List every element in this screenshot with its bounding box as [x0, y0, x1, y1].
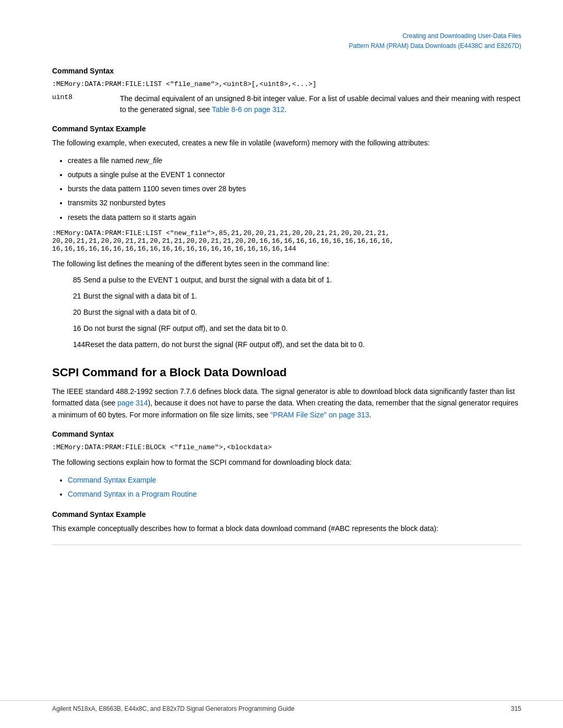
header-link-line2[interactable]: Pattern RAM (PRAM) Data Downloads (E4438…: [349, 42, 521, 50]
page-314-link[interactable]: page 314: [117, 399, 148, 407]
list-item: outputs a single pulse at the EVENT 1 co…: [68, 168, 521, 181]
header-nav: Creating and Downloading User-Data Files…: [52, 31, 521, 51]
example-command: :MEMory:DATA:PRAM:FILE:LIST <"new_file">…: [52, 229, 521, 253]
numbered-row: 20 Burst the signal with a data bit of 0…: [52, 307, 521, 318]
footer-divider: [52, 545, 521, 545]
block-command-code: :MEMory:DATA:PRAM:FILE:BLOCk <"file_name…: [52, 443, 521, 451]
following-text: The following sections explain how to fo…: [52, 456, 521, 468]
num: 16: [52, 323, 83, 334]
num: 20: [52, 307, 83, 318]
num-desc: Burst the signal with a data bit of 0.: [83, 307, 521, 318]
param-row: uint8 The decimal equivalent of an unsig…: [52, 93, 521, 115]
num: 85: [52, 275, 83, 286]
list-item: creates a file named new_file: [68, 154, 521, 167]
block-syntax-example-section: Command Syntax Example This example conc…: [52, 510, 521, 534]
command-syntax-program-routine-link[interactable]: Command Syntax in a Program Routine: [68, 490, 197, 498]
scpi-title: SCPI Command for a Block Data Download: [52, 366, 521, 379]
command-syntax-heading: Command Syntax: [52, 67, 521, 75]
list-item: transmits 32 nonbursted bytes: [68, 196, 521, 209]
example-intro: The following example, when executed, cr…: [52, 137, 521, 149]
page: Creating and Downloading User-Data Files…: [0, 0, 563, 728]
command-syntax-example-link[interactable]: Command Syntax Example: [68, 476, 156, 484]
command-syntax-example-section: Command Syntax Example The following exa…: [52, 125, 521, 350]
numbered-list: 85 Send a pulse to the EVENT 1 output, a…: [52, 275, 521, 350]
list-intro: The following list defines the meaning o…: [52, 258, 521, 269]
numbered-row: 21 Burst the signal with a data bit of 1…: [52, 291, 521, 302]
num: 21: [52, 291, 83, 302]
list-item: bursts the data pattern 1100 seven times…: [68, 182, 521, 195]
num: 144: [52, 339, 85, 350]
header-link-line1[interactable]: Creating and Downloading User-Data Files: [402, 32, 521, 40]
num-desc: Burst the signal with a data bit of 1.: [83, 291, 521, 302]
block-syntax-example-heading: Command Syntax Example: [52, 510, 521, 519]
scpi-intro: The IEEE standard 488.2-1992 section 7.7…: [52, 386, 521, 421]
list-item: resets the data pattern so it starts aga…: [68, 211, 521, 224]
param-desc: The decimal equivalent of an unsigned 8-…: [120, 93, 521, 115]
list-item: Command Syntax Example: [68, 474, 521, 487]
num-desc: Do not burst the signal (RF output off),…: [83, 323, 521, 334]
num-desc: Send a pulse to the EVENT 1 output, and …: [83, 275, 521, 286]
footer: Agilent N518xA, E8663B, E44x8C, and E82x…: [0, 700, 563, 712]
scpi-block-section: SCPI Command for a Block Data Download T…: [52, 366, 521, 501]
footer-right: 315: [511, 705, 521, 712]
pram-file-size-link[interactable]: "PRAM File Size" on page 313: [271, 411, 370, 419]
param-name: uint8: [52, 93, 120, 115]
numbered-row: 144 Reset the data pattern, do not burst…: [52, 339, 521, 350]
block-syntax-desc: This example conceptually describes how …: [52, 523, 521, 534]
section-links-list: Command Syntax Example Command Syntax in…: [68, 474, 521, 501]
bullet-list: creates a file named new_file outputs a …: [68, 154, 521, 224]
param-desc-link[interactable]: Table 8-6 on page 312: [212, 105, 284, 114]
list-item: Command Syntax in a Program Routine: [68, 488, 521, 501]
block-command-syntax-heading: Command Syntax: [52, 430, 521, 438]
command-syntax-code: :MEMory:DATA:PRAM:FILE:LIST <"file_name"…: [52, 80, 521, 88]
command-syntax-example-heading: Command Syntax Example: [52, 125, 521, 133]
command-syntax-section: Command Syntax :MEMory:DATA:PRAM:FILE:LI…: [52, 67, 521, 115]
numbered-row: 16 Do not burst the signal (RF output of…: [52, 323, 521, 334]
num-desc: Reset the data pattern, do not burst the…: [85, 339, 521, 350]
numbered-row: 85 Send a pulse to the EVENT 1 output, a…: [52, 275, 521, 286]
footer-left: Agilent N518xA, E8663B, E44x8C, and E82x…: [52, 705, 295, 712]
